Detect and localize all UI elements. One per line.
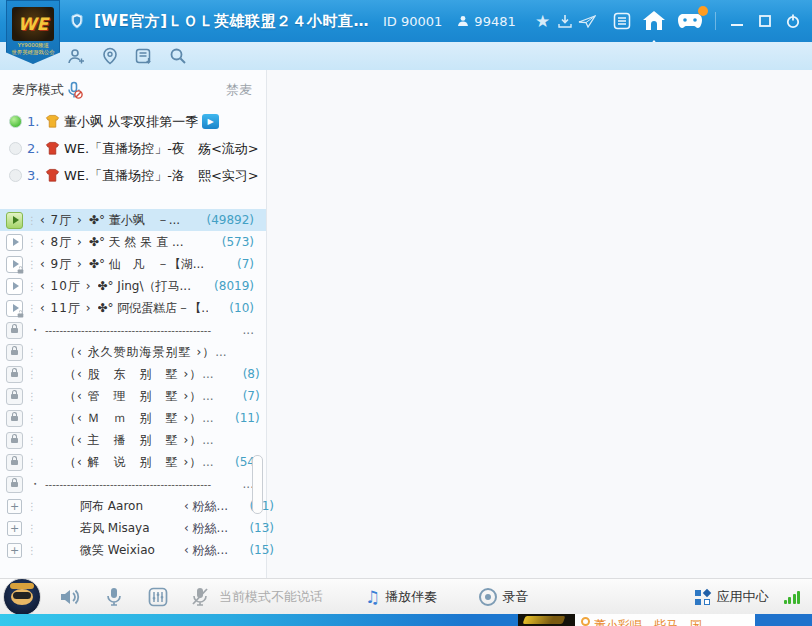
status-dot-icon — [581, 617, 590, 626]
guild-logo-badge[interactable]: WE YY9000频道 世界英雄游戏公会 — [6, 0, 60, 64]
location-pin-icon[interactable] — [98, 45, 122, 67]
channel-row[interactable]: ⋮ ‹ 11厅 › ✤° 阿倪蛋糕店－【... (10) — [0, 297, 266, 319]
guild-logo-line1: YY9000频道 — [17, 41, 48, 47]
queue-user-name: 董小飒 从零双排第一季 — [64, 113, 198, 131]
background-window-accent — [755, 614, 812, 626]
drag-handle: ⋮ — [27, 391, 37, 402]
expand-plus-icon[interactable]: + — [7, 499, 22, 514]
game-center-icon[interactable] — [675, 8, 705, 34]
record-icon — [479, 588, 497, 606]
lock-icon[interactable] — [6, 366, 23, 383]
drag-handle: ⋮ — [27, 281, 37, 292]
member-count: (11) — [218, 411, 260, 425]
locked-room-row[interactable]: ⋮ （‹ Ｍ ｍ 别 墅 ›） ... (11) — [0, 407, 266, 429]
background-list-item[interactable]: 董小彩唱．些马 国 — [575, 614, 755, 626]
play-icon[interactable] — [6, 278, 23, 295]
drag-handle: ⋮ — [27, 457, 37, 468]
channel-row[interactable]: ⋮ ‹ 7厅 › ✤° 董小飒 －... (49892) — [0, 209, 266, 231]
mic-queue-item[interactable]: 3. WE.「直播场控」-洛 熙<实习> — [0, 162, 266, 189]
locked-room-row[interactable]: ⋮ （‹ 解 说 别 墅 ›） ... (54) — [0, 451, 266, 473]
play-icon[interactable] — [6, 234, 23, 251]
mic-queue-item[interactable]: 2. WE.「直播场控」-夜 殇<流动> — [0, 135, 266, 162]
drag-handle: ⋮ — [27, 545, 37, 556]
microphone-icon[interactable] — [101, 585, 127, 609]
drag-handle: ⋮ — [27, 347, 37, 358]
red-shirt-icon — [45, 168, 60, 183]
mixer-settings-icon[interactable] — [145, 585, 171, 609]
member-count: (10) — [212, 301, 254, 315]
power-close-button[interactable] — [782, 10, 804, 32]
muted-mic-icon — [187, 585, 213, 609]
channel-row[interactable]: ⋮ ‹ 9厅 › ✤° 仙 凡 －【湖... (7) — [0, 253, 266, 275]
gold-shirt-icon — [45, 114, 60, 129]
paper-plane-icon[interactable] — [576, 10, 598, 32]
lock-icon[interactable] — [6, 454, 23, 471]
mic-status-text: 当前模式不能说话 — [219, 588, 323, 606]
drag-handle: ⋮ — [27, 501, 37, 512]
channel-row[interactable]: ⋮ ‹ 8厅 › ✤° 天 然 呆 直 ... (573) — [0, 231, 266, 253]
drag-handle: ⋮ — [27, 369, 37, 380]
app-center-label[interactable]: 应用中心 — [717, 588, 769, 606]
avatar[interactable] — [3, 578, 41, 616]
expand-plus-icon[interactable]: + — [7, 543, 22, 558]
mic-queue-item[interactable]: 1. 董小飒 从零双排第一季 ▶ — [0, 108, 266, 135]
channel-list-icon[interactable] — [132, 45, 156, 67]
network-signal-icon — [784, 591, 801, 604]
window-bottom-edge — [0, 614, 518, 626]
lock-icon[interactable] — [6, 410, 23, 427]
member-count: (7) — [218, 389, 260, 403]
titlebar: [WE官方]ＬＯＬ英雄联盟２４小时直… ID 90001 99481 ★ — [0, 0, 812, 42]
scrollbar-thumb[interactable] — [252, 455, 263, 514]
online-count: 99481 — [456, 10, 515, 32]
locked-room-row[interactable]: ⋮ （‹ 主 播 别 墅 ›） ... — [0, 429, 266, 451]
play-accompaniment-button[interactable]: ♫ 播放伴奏 — [365, 587, 437, 607]
mic-queue: 1. 董小飒 从零双排第一季 ▶ 2. WE.「直播场控」-夜 殇<流动> 3.… — [0, 108, 266, 189]
play-active-icon[interactable] — [6, 212, 23, 229]
member-count: (7) — [212, 257, 254, 271]
member-room-row[interactable]: + ⋮ 微笑 Weixiao ‹ 粉絲... (15) — [0, 539, 266, 561]
member-room-row[interactable]: + ⋮ 若风 Misaya ‹ 粉絲... (13) — [0, 517, 266, 539]
expand-plus-icon[interactable]: + — [7, 521, 22, 536]
lock-icon[interactable] — [6, 476, 23, 493]
speaker-icon[interactable] — [57, 585, 83, 609]
video-thumbnail[interactable] — [518, 614, 575, 626]
locked-room-row[interactable]: ⋮ （‹ 股 东 别 墅 ›） ... (8) — [0, 363, 266, 385]
red-shirt-icon — [45, 141, 60, 156]
drag-handle: ⋮ — [27, 413, 37, 424]
mic-status: 当前模式不能说话 — [187, 585, 323, 609]
maximize-button[interactable] — [754, 10, 776, 32]
search-icon[interactable] — [166, 45, 190, 67]
member-count: (15) — [232, 543, 274, 557]
download-icon[interactable] — [554, 10, 576, 32]
lock-icon[interactable] — [6, 388, 23, 405]
forbid-mic-label[interactable]: 禁麦 — [226, 81, 252, 99]
locked-room-row[interactable]: ⋮ （‹ 管 理 别 墅 ›） ... (7) — [0, 385, 266, 407]
member-count: (8) — [218, 367, 260, 381]
member-count: (13) — [232, 521, 274, 535]
channel-row[interactable]: ⋮ ‹ 10厅 › ✤° Jing\（打马... (8019) — [0, 275, 266, 297]
app-center-grid-icon[interactable] — [695, 590, 710, 605]
tree-separator-row: ・ --------------------------------------… — [0, 473, 266, 495]
main-content-panel — [267, 70, 812, 578]
locked-room-row[interactable]: ⋮ （‹ 永久赞助海景别墅 ›） ... — [0, 341, 266, 363]
home-icon[interactable] — [639, 6, 669, 36]
video-replay-icon[interactable]: ▶ — [202, 114, 219, 129]
channel-title: [WE官方]ＬＯＬ英雄联盟２４小时直… — [94, 12, 369, 31]
speaking-indicator-icon — [9, 169, 22, 182]
music-note-icon: ♫ — [365, 587, 380, 607]
favorite-star-icon[interactable]: ★ — [532, 10, 554, 32]
mic-blocked-icon[interactable] — [64, 79, 84, 101]
drag-handle: ⋮ — [27, 435, 37, 446]
minimize-button[interactable] — [726, 10, 748, 32]
announcement-list-icon[interactable] — [611, 10, 633, 32]
record-button[interactable]: 录音 — [479, 588, 528, 606]
lock-icon[interactable] — [6, 344, 23, 361]
channel-id: ID 90001 — [383, 14, 442, 29]
drag-handle: ⋮ — [27, 259, 37, 270]
member-room-row[interactable]: + ⋮ 阿布 Aaron ‹ 粉絲... (11) — [0, 495, 266, 517]
play-locked-icon[interactable] — [6, 256, 23, 273]
lock-icon[interactable] — [6, 432, 23, 449]
contacts-icon[interactable] — [64, 45, 88, 67]
lock-icon[interactable] — [6, 322, 23, 339]
play-locked-icon[interactable] — [6, 300, 23, 317]
